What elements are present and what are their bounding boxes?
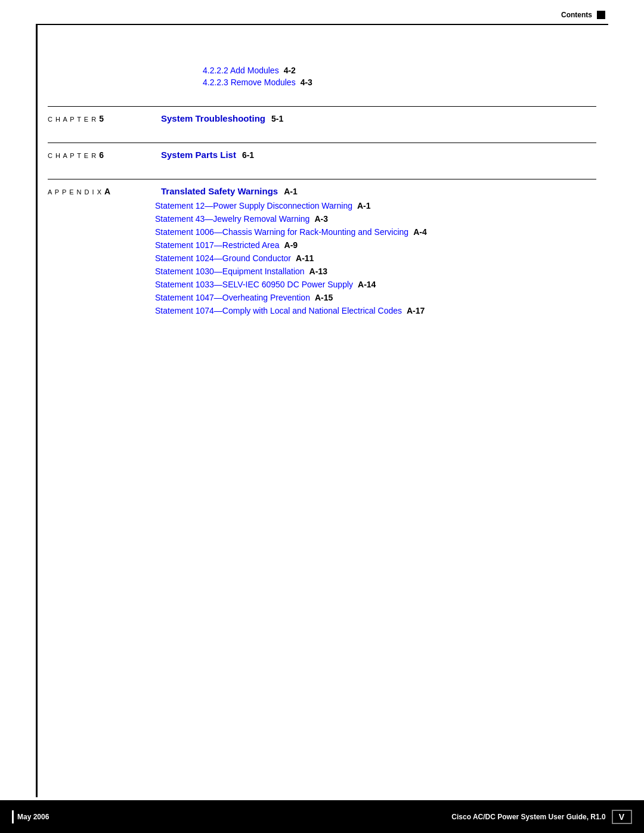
appendix-item-stmt12: Statement 12—Power Supply Disconnection … — [155, 201, 596, 210]
chapter-5-divider — [48, 106, 596, 107]
chapter-5-prefix: C H A P T E R — [48, 116, 99, 123]
chapter-6-block: C H A P T E R 6 System Parts List 6-1 — [48, 143, 596, 160]
stmt12-link[interactable]: Statement 12—Power Supply Disconnection … — [155, 201, 352, 210]
stmt1006-link[interactable]: Statement 1006—Chassis Warning for Rack-… — [155, 227, 408, 237]
toc-link-4222[interactable]: 4.2.2.2 Add Modules — [203, 66, 279, 75]
appendix-a-header: A P P E N D I X A Translated Safety Warn… — [48, 185, 596, 196]
footer-left-bar — [12, 810, 14, 823]
page: Contents 4.2.2.2 Add Modules 4-2 4.2.2.3… — [0, 0, 644, 833]
appendix-items-list: Statement 12—Power Supply Disconnection … — [155, 201, 596, 315]
stmt1047-link[interactable]: Statement 1047—Overheating Prevention — [155, 293, 310, 302]
header-right-bar — [597, 11, 605, 19]
stmt1074-page: A-17 — [407, 306, 425, 315]
toc-page-4223: 4-3 — [301, 78, 312, 87]
main-content: 4.2.2.2 Add Modules 4-2 4.2.2.3 Remove M… — [48, 48, 596, 319]
toc-entry-4223: 4.2.2.3 Remove Modules 4-3 — [203, 78, 596, 87]
appendix-item-stmt1006: Statement 1006—Chassis Warning for Rack-… — [155, 227, 596, 237]
chapter-5-page: 5-1 — [271, 114, 283, 123]
stmt1033-page: A-14 — [358, 280, 376, 289]
chapter-6-number: 6 — [99, 150, 104, 160]
stmt1033-link[interactable]: Statement 1033—SELV-IEC 60950 DC Power S… — [155, 280, 353, 289]
footer: May 2006 Cisco AC/DC Power System User G… — [0, 800, 644, 833]
stmt1024-page: A-11 — [296, 253, 314, 263]
appendix-a-title-area: Translated Safety Warnings A-1 — [155, 186, 298, 196]
header-right: Contents — [561, 11, 605, 19]
top-border — [36, 24, 608, 25]
left-bar — [36, 24, 38, 797]
chapter-6-title-link[interactable]: System Parts List — [161, 150, 236, 160]
stmt1030-page: A-13 — [309, 267, 327, 276]
stmt1017-link[interactable]: Statement 1017—Restricted Area — [155, 240, 280, 250]
stmt43-link[interactable]: Statement 43—Jewelry Removal Warning — [155, 214, 309, 224]
appendix-a-title-link[interactable]: Translated Safety Warnings — [161, 186, 278, 196]
stmt1030-link[interactable]: Statement 1030—Equipment Installation — [155, 267, 305, 276]
stmt1017-page: A-9 — [284, 240, 298, 250]
chapter-5-title-link[interactable]: System Troubleshooting — [161, 113, 265, 123]
chapter-5-block: C H A P T E R 5 System Troubleshooting 5… — [48, 106, 596, 123]
appendix-item-stmt1047: Statement 1047—Overheating Prevention A-… — [155, 293, 596, 302]
toc-link-4223[interactable]: 4.2.2.3 Remove Modules — [203, 78, 296, 87]
toc-entry-4222: 4.2.2.2 Add Modules 4-2 — [203, 66, 596, 75]
footer-page-badge: V — [612, 810, 632, 824]
chapter-5-label: C H A P T E R 5 — [48, 113, 149, 123]
footer-date: May 2006 — [17, 813, 49, 821]
appendix-a-divider — [48, 179, 596, 179]
chapter-5-header: C H A P T E R 5 System Troubleshooting 5… — [48, 113, 596, 123]
chapter-6-prefix: C H A P T E R — [48, 152, 99, 159]
footer-guide-title: Cisco AC/DC Power System User Guide, R1.… — [451, 813, 605, 821]
appendix-item-stmt1024: Statement 1024—Ground Conductor A-11 — [155, 253, 596, 263]
chapter-6-header: C H A P T E R 6 System Parts List 6-1 — [48, 149, 596, 160]
appendix-a-label: A P P E N D I X A — [48, 185, 149, 196]
chapter-6-label: C H A P T E R 6 — [48, 149, 149, 160]
toc-page-4222: 4-2 — [284, 66, 296, 75]
stmt1006-page: A-4 — [413, 227, 427, 237]
stmt12-page: A-1 — [357, 201, 371, 210]
toc-sub-entries: 4.2.2.2 Add Modules 4-2 4.2.2.3 Remove M… — [203, 66, 596, 87]
appendix-item-stmt43: Statement 43—Jewelry Removal Warning A-3 — [155, 214, 596, 224]
appendix-a-page: A-1 — [284, 187, 298, 196]
footer-right: Cisco AC/DC Power System User Guide, R1.… — [451, 810, 632, 824]
chapter-6-page: 6-1 — [242, 150, 254, 160]
footer-left: May 2006 — [12, 810, 49, 823]
appendix-item-stmt1033: Statement 1033—SELV-IEC 60950 DC Power S… — [155, 280, 596, 289]
chapter-6-title-area: System Parts List 6-1 — [155, 150, 254, 160]
chapter-6-divider — [48, 143, 596, 143]
chapter-5-number: 5 — [99, 114, 104, 123]
stmt43-page: A-3 — [314, 214, 328, 224]
appendix-item-stmt1074: Statement 1074—Comply with Local and Nat… — [155, 306, 596, 315]
chapter-5-title-area: System Troubleshooting 5-1 — [155, 113, 283, 123]
stmt1074-link[interactable]: Statement 1074—Comply with Local and Nat… — [155, 306, 402, 315]
stmt1024-link[interactable]: Statement 1024—Ground Conductor — [155, 253, 291, 263]
stmt1047-page: A-15 — [315, 293, 333, 302]
appendix-item-stmt1030: Statement 1030—Equipment Installation A-… — [155, 267, 596, 276]
appendix-item-stmt1017: Statement 1017—Restricted Area A-9 — [155, 240, 596, 250]
header-contents-label: Contents — [561, 11, 592, 19]
appendix-a-block: A P P E N D I X A Translated Safety Warn… — [48, 179, 596, 315]
appendix-a-letter: A — [104, 187, 110, 196]
appendix-a-prefix: A P P E N D I X — [48, 188, 104, 196]
